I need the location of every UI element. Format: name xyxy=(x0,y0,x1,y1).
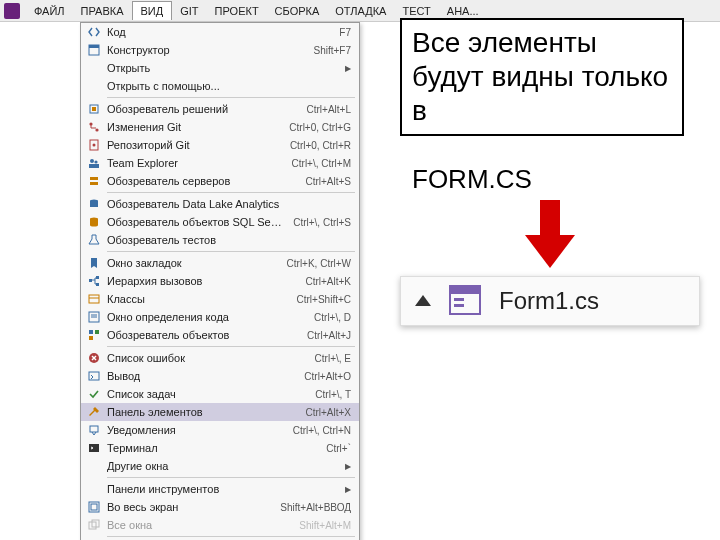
team-icon xyxy=(85,156,103,170)
menu-item-label: Открыть с помощью... xyxy=(103,80,351,92)
menu-separator xyxy=(107,251,355,252)
menu-item[interactable]: Обозреватель объектовCtrl+Alt+J xyxy=(81,326,359,344)
menubar-item-тест[interactable]: ТЕСТ xyxy=(394,2,438,20)
menu-item-shortcut: Ctrl+0, Ctrl+G xyxy=(279,122,351,133)
menu-item-shortcut: Ctrl+Alt+L xyxy=(297,104,351,115)
annotation-box: Все элементы будут видны только в xyxy=(400,18,684,136)
menu-item[interactable]: Окно определения кодаCtrl+\, D xyxy=(81,308,359,326)
allwin-icon xyxy=(85,518,103,532)
annotation-text: Все элементы будут видны только в xyxy=(412,27,668,126)
menu-item-label: Классы xyxy=(103,293,287,305)
menu-item-shortcut: Shift+F7 xyxy=(303,45,351,56)
menu-item-label: Панели инструментов xyxy=(103,483,343,495)
menu-item[interactable]: Панель элементовCtrl+Alt+X xyxy=(81,403,359,421)
menu-item-label: Открыть xyxy=(103,62,343,74)
menu-item-label: Код xyxy=(103,26,329,38)
notify-icon xyxy=(85,423,103,437)
menubar-item-правка[interactable]: ПРАВКА xyxy=(73,2,132,20)
menu-item-label: Team Explorer xyxy=(103,157,282,169)
svg-rect-12 xyxy=(90,182,98,185)
submenu-arrow-icon: ▶ xyxy=(343,485,351,494)
form1-file-chip[interactable]: Form1.cs xyxy=(400,276,700,326)
menubar-item-вид[interactable]: ВИД xyxy=(132,1,173,20)
output-icon xyxy=(85,369,103,383)
menu-item[interactable]: КонструкторShift+F7 xyxy=(81,41,359,59)
menu-item[interactable]: Изменения GitCtrl+0, Ctrl+G xyxy=(81,118,359,136)
menu-item-label: Панель элементов xyxy=(103,406,295,418)
svg-rect-46 xyxy=(454,304,464,307)
callhier-icon xyxy=(85,274,103,288)
svg-rect-18 xyxy=(96,283,99,286)
menu-item[interactable]: ТерминалCtrl+` xyxy=(81,439,359,457)
menu-item-label: Обозреватель Data Lake Analytics xyxy=(103,198,351,210)
git-icon xyxy=(85,120,103,134)
menu-item[interactable]: Репозиторий GitCtrl+0, Ctrl+R xyxy=(81,136,359,154)
menu-item-label: Изменения Git xyxy=(103,121,279,133)
menu-item[interactable]: Team ExplorerCtrl+\, Ctrl+M xyxy=(81,154,359,172)
menubar-item-файл[interactable]: ФАЙЛ xyxy=(26,2,73,20)
menu-item[interactable]: Обозреватель Data Lake Analytics xyxy=(81,195,359,213)
solution-icon xyxy=(85,102,103,116)
menubar-item-проект[interactable]: ПРОЕКТ xyxy=(207,2,267,20)
svg-rect-19 xyxy=(89,295,99,303)
menu-item-label: Иерархия вызовов xyxy=(103,275,295,287)
menu-item[interactable]: Обозреватель тестов xyxy=(81,231,359,249)
view-dropdown-menu: КодF7КонструкторShift+F7Открыть▶Открыть … xyxy=(80,22,360,540)
menu-item[interactable]: Иерархия вызововCtrl+Alt+K xyxy=(81,272,359,290)
menu-item[interactable]: Обозреватель серверовCtrl+Alt+S xyxy=(81,172,359,190)
menu-item[interactable]: Обозреватель решенийCtrl+Alt+L xyxy=(81,100,359,118)
menu-item[interactable]: Другие окна▶ xyxy=(81,457,359,475)
menu-item[interactable]: Обозреватель объектов SQL ServerCtrl+\, … xyxy=(81,213,359,231)
svg-rect-44 xyxy=(450,286,480,294)
menu-item-label: Другие окна xyxy=(103,460,343,472)
menu-item[interactable]: Список задачCtrl+\, T xyxy=(81,385,359,403)
menu-item[interactable]: Во весь экранShift+Alt+ВВОД xyxy=(81,498,359,516)
menu-item-label: Конструктор xyxy=(103,44,303,56)
menu-item-label: Обозреватель решений xyxy=(103,103,297,115)
menu-item-shortcut: Ctrl+\, D xyxy=(304,312,351,323)
menu-item-shortcut: Ctrl+0, Ctrl+R xyxy=(280,140,351,151)
menu-separator xyxy=(107,477,355,478)
menubar-item-git[interactable]: GIT xyxy=(172,2,206,20)
menu-item[interactable]: КодF7 xyxy=(81,23,359,41)
menu-item-label: Уведомления xyxy=(103,424,283,436)
svg-rect-26 xyxy=(89,336,93,340)
menu-item-shortcut: Ctrl+Alt+S xyxy=(295,176,351,187)
menu-item-label: Окно определения кода xyxy=(103,311,304,323)
svg-rect-45 xyxy=(454,298,464,301)
menu-item[interactable]: Список ошибокCtrl+\, E xyxy=(81,349,359,367)
svg-rect-10 xyxy=(89,164,99,168)
menu-item[interactable]: Панели инструментов▶ xyxy=(81,480,359,498)
form1-file-label: Form1.cs xyxy=(499,287,599,315)
menu-item[interactable]: УведомленияCtrl+\, Ctrl+N xyxy=(81,421,359,439)
menu-item[interactable]: Открыть▶ xyxy=(81,59,359,77)
menu-item-shortcut: Ctrl+Alt+J xyxy=(297,330,351,341)
svg-point-5 xyxy=(95,128,98,131)
menubar-item-отладка[interactable]: ОТЛАДКА xyxy=(327,2,394,20)
menubar-item-ана...[interactable]: АНА... xyxy=(439,2,487,20)
menu-separator xyxy=(107,192,355,193)
menu-item-label: Список ошибок xyxy=(103,352,305,364)
menu-item-shortcut: Ctrl+\, E xyxy=(305,353,351,364)
blank-icon xyxy=(85,79,103,93)
svg-rect-41 xyxy=(540,200,560,235)
menu-item[interactable]: Окно закладокCtrl+K, Ctrl+W xyxy=(81,254,359,272)
menu-item-shortcut: Ctrl+Shift+C xyxy=(287,294,351,305)
code-icon xyxy=(85,25,103,39)
menu-item[interactable]: Открыть с помощью... xyxy=(81,77,359,95)
svg-rect-3 xyxy=(92,107,96,111)
server-icon xyxy=(85,174,103,188)
blank-icon xyxy=(85,459,103,473)
sql-icon xyxy=(85,215,103,229)
menu-item[interactable]: ВыводCtrl+Alt+O xyxy=(81,367,359,385)
svg-rect-17 xyxy=(96,276,99,279)
menu-item-label: Окно закладок xyxy=(103,257,277,269)
menu-item[interactable]: КлассыCtrl+Shift+C xyxy=(81,290,359,308)
menubar-item-сборка[interactable]: СБОРКА xyxy=(267,2,328,20)
menu-item-shortcut: Shift+Alt+ВВОД xyxy=(270,502,351,513)
svg-rect-34 xyxy=(91,504,97,510)
menu-item-label: Список задач xyxy=(103,388,305,400)
toolbox-icon xyxy=(85,405,103,419)
designer-icon xyxy=(85,43,103,57)
test-icon xyxy=(85,233,103,247)
